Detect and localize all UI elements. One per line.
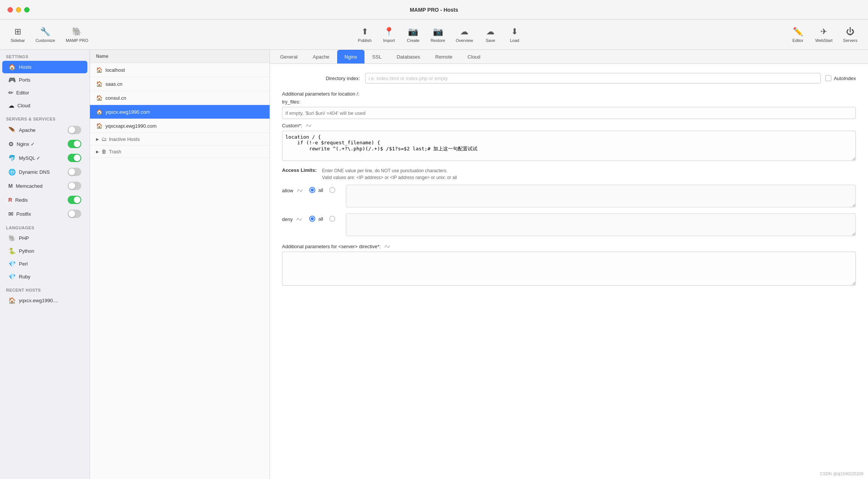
- allow-radio-all[interactable]: [309, 187, 315, 193]
- sidebar-item-redis[interactable]: R Redis: [2, 193, 87, 207]
- deny-textarea[interactable]: [346, 213, 856, 236]
- import-label: Import: [383, 38, 395, 43]
- tab-nginx[interactable]: Nginx: [337, 50, 364, 63]
- tab-general[interactable]: General: [273, 50, 305, 63]
- sidebar-item-memcached[interactable]: M Memcached: [2, 179, 87, 193]
- host-item-yqxcx[interactable]: 🏠 yqxcx.ewg1990.com: [90, 105, 270, 119]
- servers-section-title: SERVERS & SERVICES: [0, 112, 90, 123]
- sidebar-item-dns[interactable]: 🌐 Dynamic DNS: [2, 165, 87, 179]
- sidebar-cloud-label: Cloud: [17, 103, 30, 108]
- sidebar-item-python[interactable]: 🐍 Python: [2, 245, 87, 257]
- toolbar-load[interactable]: ⬇ Load: [503, 25, 526, 45]
- save-icon: ☁: [486, 27, 494, 37]
- deny-radio-all[interactable]: [309, 216, 315, 222]
- toolbar-sidebar[interactable]: ⊞ Sidebar: [6, 25, 29, 45]
- yqxcx-name: yqxcx.ewg1990.com: [105, 109, 150, 115]
- toolbar-overview[interactable]: ☁ Overview: [451, 25, 477, 45]
- save-label: Save: [486, 38, 495, 43]
- sidebar-label: Sidebar: [11, 38, 25, 43]
- mysql-toggle[interactable]: [68, 154, 81, 162]
- deny-expand-icon[interactable]: ↗↙: [296, 217, 302, 222]
- sidebar-mysql-label: MySQL ✓: [19, 155, 40, 161]
- toolbar: ⊞ Sidebar 🔧 Customize 🐘 MAMP PRO ⬆ Publi…: [0, 20, 868, 50]
- sidebar-item-postfix[interactable]: ✉ Postfix: [2, 207, 87, 221]
- saas-name: saas.cn: [105, 81, 122, 87]
- close-button[interactable]: [8, 7, 13, 12]
- toolbar-servers[interactable]: ⏻ Servers: [839, 25, 862, 45]
- publish-icon: ⬆: [361, 27, 368, 37]
- sidebar-item-recent-1[interactable]: 🏠 yqxcx.ewg1990....: [2, 294, 87, 307]
- host-group-trash[interactable]: ▶ 🗑 Trash: [90, 145, 270, 158]
- postfix-toggle[interactable]: [68, 210, 81, 218]
- sidebar-item-editor[interactable]: ✏ Editor: [2, 87, 87, 99]
- sidebar-hosts-label: Hosts: [19, 64, 31, 70]
- sidebar-perl-label: Perl: [19, 261, 28, 267]
- maximize-button[interactable]: [24, 7, 29, 12]
- custom-textarea[interactable]: location / { if (!-e $request_filename) …: [282, 131, 856, 161]
- sidebar-item-mysql[interactable]: 🐬 MySQL ✓: [2, 151, 87, 165]
- sidebar-item-apache[interactable]: 🪶 Apache: [2, 123, 87, 137]
- toolbar-import[interactable]: 📍 Import: [378, 25, 400, 45]
- sidebar-item-cloud[interactable]: ☁ Cloud: [2, 99, 87, 112]
- memcached-toggle[interactable]: [68, 182, 81, 190]
- consul-icon: 🏠: [96, 95, 102, 101]
- deny-radio-other[interactable]: [329, 216, 335, 222]
- allow-textarea[interactable]: [346, 185, 856, 207]
- sidebar: SETTINGS 🏠 Hosts 🎮 Ports ✏ Editor ☁ Clou…: [0, 50, 90, 479]
- sidebar-item-php[interactable]: 🐘 PHP: [2, 232, 87, 244]
- sidebar-item-nginx[interactable]: ⚙ Nginx ✓: [2, 137, 87, 151]
- sidebar-ports-label: Ports: [19, 77, 30, 83]
- mamp-pro-label: MAMP PRO: [66, 38, 88, 43]
- additional-location-section: Additional parameters for location /: tr…: [282, 91, 856, 162]
- detail-panel: General Apache Nginx SSL Databases Remot…: [270, 50, 868, 479]
- access-limits-section: Access Limits: Enter ONE value per line,…: [282, 167, 856, 236]
- apache-toggle[interactable]: [68, 126, 81, 134]
- traffic-lights: [8, 7, 29, 12]
- host-item-yqxcxapi[interactable]: 🏠 yqxcxapi.ewg1990.com: [90, 119, 270, 133]
- tab-remote[interactable]: Remote: [428, 50, 460, 63]
- sidebar-item-ruby[interactable]: 💎 Ruby: [2, 270, 87, 283]
- host-list: Name 🏠 localhost 🏠 saas.cn 🏠 consul.cn 🏠…: [90, 50, 270, 479]
- toolbar-create[interactable]: 📷 Create: [402, 25, 425, 45]
- allow-radio-other[interactable]: [329, 187, 335, 193]
- try-files-section: try_files:: [282, 99, 856, 119]
- host-item-localhost[interactable]: 🏠 localhost: [90, 63, 270, 77]
- host-group-inactive[interactable]: ▶ 🗂 Inactive Hosts: [90, 133, 270, 145]
- redis-toggle[interactable]: [68, 196, 81, 204]
- dns-toggle[interactable]: [68, 168, 81, 176]
- custom-expand-icon[interactable]: ↗↙: [305, 123, 312, 128]
- trash-arrow-icon: ▶: [96, 150, 99, 154]
- perl-icon: 💎: [8, 260, 16, 267]
- toolbar-publish[interactable]: ⬆ Publish: [353, 25, 376, 45]
- host-item-saas[interactable]: 🏠 saas.cn: [90, 77, 270, 91]
- allow-all-label: all: [318, 187, 323, 193]
- titlebar: MAMP PRO - Hosts: [0, 0, 868, 20]
- sidebar-item-hosts[interactable]: 🏠 Hosts: [2, 61, 87, 73]
- toolbar-mamp-pro[interactable]: 🐘 MAMP PRO: [61, 25, 93, 45]
- allow-expand-icon[interactable]: ↗↙: [296, 188, 303, 193]
- localhost-icon: 🏠: [96, 67, 102, 73]
- autoindex-checkbox[interactable]: [825, 75, 831, 81]
- sidebar-dns-label: Dynamic DNS: [19, 169, 50, 175]
- directory-index-input[interactable]: [365, 73, 821, 83]
- tab-ssl[interactable]: SSL: [365, 50, 389, 63]
- toolbar-customize[interactable]: 🔧 Customize: [31, 25, 60, 45]
- additional-server-expand-icon[interactable]: ↗↙: [384, 244, 391, 249]
- sidebar-apache-label: Apache: [19, 127, 36, 133]
- webstart-label: WebStart: [815, 38, 832, 43]
- toolbar-webstart[interactable]: ✈ WebStart: [811, 25, 837, 45]
- host-item-consul[interactable]: 🏠 consul.cn: [90, 91, 270, 105]
- try-files-label: try_files:: [282, 99, 856, 105]
- toolbar-editor[interactable]: ✏️ Editor: [786, 25, 809, 45]
- sidebar-item-ports[interactable]: 🎮 Ports: [2, 74, 87, 86]
- tab-apache[interactable]: Apache: [305, 50, 336, 63]
- try-files-input[interactable]: [282, 107, 856, 119]
- toolbar-restore[interactable]: 📷 Restore: [426, 25, 450, 45]
- minimize-button[interactable]: [16, 7, 21, 12]
- toolbar-save[interactable]: ☁ Save: [479, 25, 502, 45]
- sidebar-item-perl[interactable]: 💎 Perl: [2, 258, 87, 270]
- additional-server-textarea[interactable]: [282, 252, 856, 286]
- nginx-toggle[interactable]: [68, 140, 81, 148]
- tab-databases[interactable]: Databases: [389, 50, 427, 63]
- tab-cloud[interactable]: Cloud: [460, 50, 488, 63]
